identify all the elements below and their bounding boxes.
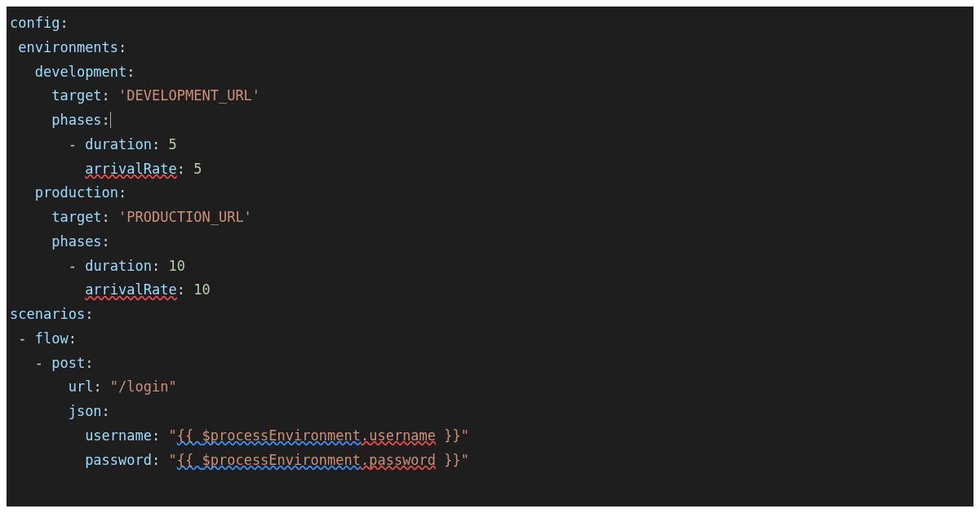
code-line: target: 'DEVELOPMENT_URL' xyxy=(10,84,973,108)
yaml-key: duration xyxy=(85,258,152,274)
code-line: phases: xyxy=(10,108,973,133)
yaml-value: "/login" xyxy=(110,378,177,395)
code-line: json: xyxy=(10,400,973,424)
code-line: environments: xyxy=(10,36,973,60)
yaml-key: arrivalRate xyxy=(85,281,177,298)
code-line: username: "{{ $processEnvironment.userna… xyxy=(10,424,973,449)
code-line: - duration: 10 xyxy=(10,254,973,279)
yaml-value: 'DEVELOPMENT_URL' xyxy=(118,87,260,104)
yaml-value: 5 xyxy=(193,161,202,177)
yaml-value: "{{ $processEnvironment.username }}" xyxy=(169,427,470,444)
yaml-key: url xyxy=(69,378,94,395)
yaml-value: 'PRODUCTION_URL' xyxy=(118,209,252,225)
yaml-key: target xyxy=(51,209,101,225)
code-editor[interactable]: config: environments: development: targe… xyxy=(7,7,973,506)
yaml-key: duration xyxy=(85,136,152,153)
yaml-key: production xyxy=(35,184,118,201)
yaml-key: phases xyxy=(51,233,101,250)
yaml-value: 10 xyxy=(169,258,185,274)
yaml-key: target xyxy=(51,87,101,104)
code-line: phases: xyxy=(10,230,973,254)
code-line: password: "{{ $processEnvironment.passwo… xyxy=(10,449,973,473)
code-line: config: xyxy=(10,11,973,36)
code-line: arrivalRate: 5 xyxy=(10,157,973,182)
yaml-value: 5 xyxy=(169,136,177,153)
yaml-value: "{{ $processEnvironment.password }}" xyxy=(169,452,470,468)
yaml-key: flow xyxy=(35,330,69,347)
code-line: development: xyxy=(10,60,973,85)
yaml-key: json xyxy=(69,403,102,419)
code-line: target: 'PRODUCTION_URL' xyxy=(10,206,973,230)
code-line: arrivalRate: 10 xyxy=(10,278,973,303)
yaml-key: phases xyxy=(51,112,101,128)
code-line: - flow: xyxy=(10,327,973,352)
cursor xyxy=(110,112,111,128)
code-line: url: "/login" xyxy=(10,375,973,400)
code-line: production: xyxy=(10,181,973,206)
code-line: - duration: 5 xyxy=(10,133,973,157)
code-line: - post: xyxy=(10,352,973,376)
code-line: scenarios: xyxy=(10,303,973,327)
yaml-key: post xyxy=(51,355,85,371)
yaml-key: config xyxy=(10,15,60,31)
yaml-key: development xyxy=(35,64,127,80)
yaml-key: environments xyxy=(18,39,118,55)
yaml-key: scenarios xyxy=(10,306,85,322)
yaml-key: arrivalRate xyxy=(85,161,177,177)
yaml-value: 10 xyxy=(193,281,210,298)
yaml-key: password xyxy=(85,452,152,468)
yaml-key: username xyxy=(85,427,152,444)
